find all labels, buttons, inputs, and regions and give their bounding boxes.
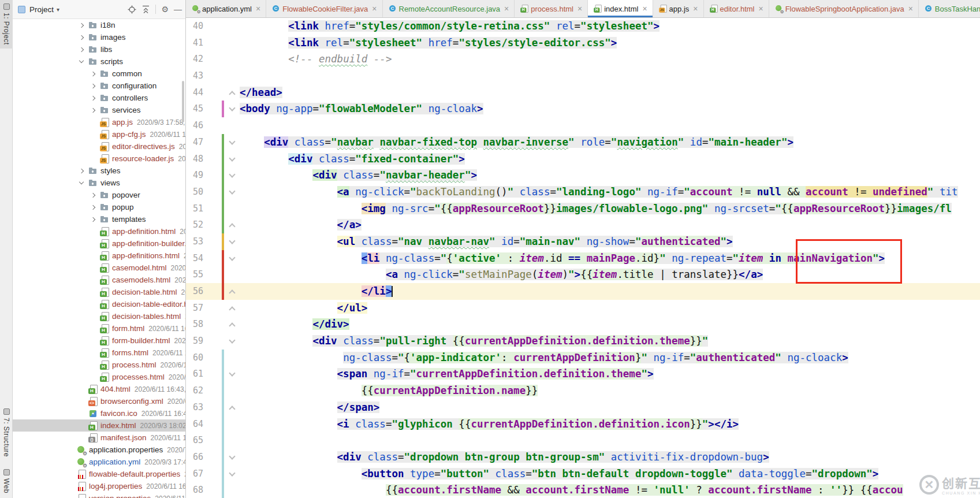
fold-marker-icon[interactable] — [229, 188, 235, 194]
code-line[interactable]: 60 ng-class="{'app-indicator': currentAp… — [186, 350, 980, 366]
tree-item-controllers[interactable]: controllers — [13, 92, 185, 104]
tree-item-views[interactable]: views — [13, 177, 185, 189]
tree-item-app.js[interactable]: JSapp.js2020/9/3 17:58, 14 — [13, 116, 185, 128]
collapse-all-icon[interactable] — [141, 5, 150, 14]
fold-marker-icon[interactable] — [229, 105, 235, 112]
fold-marker-icon[interactable] — [229, 289, 235, 296]
tree-item-manifest.json[interactable]: {}manifest.json2020/6/11 16: — [13, 432, 185, 444]
toolwindow-button-web[interactable]: Web — [2, 467, 10, 493]
tab-close-icon[interactable]: × — [758, 5, 763, 13]
tree-item-popover[interactable]: popover — [13, 189, 185, 201]
code-line[interactable]: 57 </ul> — [186, 300, 980, 317]
tree-item-app-definition-builder.h[interactable]: Happ-definition-builder.h — [13, 237, 185, 250]
fold-marker-icon[interactable] — [229, 254, 235, 261]
code-line[interactable]: 50 <a ng-click="backToLanding()" class="… — [186, 184, 980, 200]
tree-item-scripts[interactable]: scripts — [13, 55, 185, 68]
fold-marker-icon[interactable] — [229, 237, 235, 244]
tree-item-favicon.ico[interactable]: favicon.ico2020/6/11 16:43, — [13, 407, 185, 419]
code-line[interactable]: 58 </div> — [186, 316, 980, 333]
tree-item-form.html[interactable]: Hform.html2020/6/11 16: — [13, 322, 185, 335]
tab-close-icon[interactable]: × — [908, 5, 913, 13]
code-line[interactable]: 56 </li> — [186, 283, 980, 300]
fold-marker-icon[interactable] — [229, 406, 235, 412]
code-line[interactable]: 49 <div class="navbar-header"> — [186, 167, 980, 184]
tree-item-images[interactable]: images — [13, 31, 185, 43]
code-line[interactable]: 59 <div class="pull-right {{currentAppDe… — [186, 333, 980, 350]
code-line[interactable]: 64 <i class="glyphicon {{currentAppDefin… — [186, 416, 980, 433]
tab-process.html[interactable]: Hprocess.html× — [515, 0, 588, 17]
tree-item-version.properties[interactable]: version.properties2020/6/11 1 — [13, 492, 185, 498]
chevron-collapsed-icon[interactable] — [79, 47, 84, 51]
tree-item-app-cfg.js[interactable]: JSapp-cfg.js2020/6/11 16: — [13, 128, 185, 140]
tree-item-browserconfig.xml[interactable]: <>browserconfig.xml2020/6/ — [13, 395, 185, 407]
tree-item-configuration[interactable]: configuration — [13, 80, 185, 92]
chevron-down-icon[interactable]: ▾ — [57, 6, 59, 13]
code-line[interactable]: 40 <link href="styles/common/style-retin… — [186, 18, 980, 35]
tree-item-application.yml[interactable]: application.yml2020/9/3 17:45, — [13, 456, 185, 468]
tab-close-icon[interactable]: × — [372, 5, 377, 13]
code-line[interactable]: 66 <div class="dropdown btn-group btn-gr… — [186, 449, 980, 466]
tree-item-resource-loader.js[interactable]: JSresource-loader.js2020 — [13, 153, 185, 165]
chevron-expanded-icon[interactable] — [79, 180, 84, 184]
code-line[interactable]: 45<body ng-app="flowableModeler" ng-cloa… — [186, 101, 980, 117]
tree-item-app-definitions.html[interactable]: Happ-definitions.html20 — [13, 250, 185, 262]
fold-marker-icon[interactable] — [229, 453, 235, 459]
fold-marker-icon[interactable] — [229, 155, 235, 161]
code-line[interactable]: 51 <img ng-src="{{appResourceRoot}}image… — [186, 200, 980, 217]
tab-FlowableCookieFilter.java[interactable]: FlowableCookieFilter.java× — [266, 0, 382, 17]
tree-item-casemodels.html[interactable]: Hcasemodels.html2020/ — [13, 274, 185, 286]
tree-scrollbar[interactable] — [182, 81, 184, 122]
tree-item-i18n[interactable]: i18n — [13, 19, 185, 31]
code-line[interactable]: 67 <button type="button" class="btn btn-… — [186, 466, 980, 482]
code-line[interactable]: 42 <!-- endbuild --> — [186, 51, 980, 68]
code-line[interactable]: 52 </a> — [186, 217, 980, 233]
code-line[interactable]: 61 <span ng-if="currentAppDefinition.def… — [186, 366, 980, 382]
tab-index.html[interactable]: Hindex.html× — [588, 0, 653, 17]
tab-editor.html[interactable]: Heditor.html× — [704, 0, 769, 17]
code-line[interactable]: 65 — [186, 432, 980, 449]
code-line[interactable]: 41 <link rel="stylesheet" href="styles/s… — [186, 35, 980, 51]
tab-close-icon[interactable]: × — [577, 5, 582, 13]
tree-item-forms.html[interactable]: Hforms.html2020/6/11 16 — [13, 347, 185, 359]
code-line[interactable]: 63 </span> — [186, 399, 980, 416]
chevron-collapsed-icon[interactable] — [79, 168, 84, 173]
tab-BossTaskHandler.java[interactable]: BossTaskHandler.java× — [919, 0, 980, 17]
code-line[interactable]: 44</head> — [186, 84, 980, 101]
fold-marker-icon[interactable] — [229, 224, 235, 230]
tree-item-decision-table.html[interactable]: Hdecision-table.html202 — [13, 286, 185, 298]
project-panel-title[interactable]: Project — [29, 5, 54, 14]
tab-close-icon[interactable]: × — [256, 5, 260, 13]
tree-item-processes.html[interactable]: Hprocesses.html2020/6/ — [13, 371, 185, 383]
tree-item-404.html[interactable]: H404.html2020/6/11 16:43, 3. — [13, 383, 185, 395]
fold-marker-icon[interactable] — [229, 370, 235, 377]
tab-close-icon[interactable]: × — [642, 5, 647, 13]
gear-icon[interactable]: ⚙ — [161, 5, 169, 13]
chevron-collapsed-icon[interactable] — [91, 217, 95, 221]
tree-item-casemodel.html[interactable]: Hcasemodel.html2020/6 — [13, 262, 185, 274]
tab-close-icon[interactable]: × — [504, 5, 509, 13]
chevron-collapsed-icon[interactable] — [91, 95, 95, 100]
chevron-collapsed-icon[interactable] — [91, 83, 95, 88]
chevron-collapsed-icon[interactable] — [91, 71, 95, 76]
chevron-expanded-icon[interactable] — [79, 58, 84, 63]
toolwindow-button-project[interactable]: 1: Project — [0, 0, 13, 49]
toolwindow-button-structure[interactable]: 7: Structure — [2, 407, 10, 457]
chevron-collapsed-icon[interactable] — [79, 35, 84, 39]
tree-item-libs[interactable]: libs — [13, 43, 185, 55]
code-line[interactable]: 48 <div class="fixed-container"> — [186, 151, 980, 168]
tree-item-decision-table-editor.ht[interactable]: Hdecision-table-editor.ht — [13, 298, 185, 310]
tab-application.yml[interactable]: application.yml× — [186, 0, 266, 17]
code-line[interactable]: 46 — [186, 117, 980, 134]
code-line[interactable]: 68 {{account.firstName && account.firstN… — [186, 482, 980, 498]
tree-item-app-definition.html[interactable]: Happ-definition.html202 — [13, 225, 185, 237]
tab-FlowableSpringbootApplication.java[interactable]: FlowableSpringbootApplication.java× — [769, 0, 919, 17]
code-line[interactable]: 62 {{currentAppDefinition.name}} — [186, 382, 980, 399]
chevron-collapsed-icon[interactable] — [91, 107, 95, 112]
tree-item-application.properties[interactable]: application.properties2020/7/ — [13, 444, 185, 456]
tree-item-styles[interactable]: styles — [13, 165, 185, 177]
fold-marker-icon[interactable] — [229, 91, 235, 97]
fold-marker-icon[interactable] — [229, 138, 235, 144]
locate-file-icon[interactable] — [128, 5, 136, 14]
tree-item-form-builder.html[interactable]: Hform-builder.html2020 — [13, 335, 185, 347]
tree-item-common[interactable]: common — [13, 68, 185, 80]
